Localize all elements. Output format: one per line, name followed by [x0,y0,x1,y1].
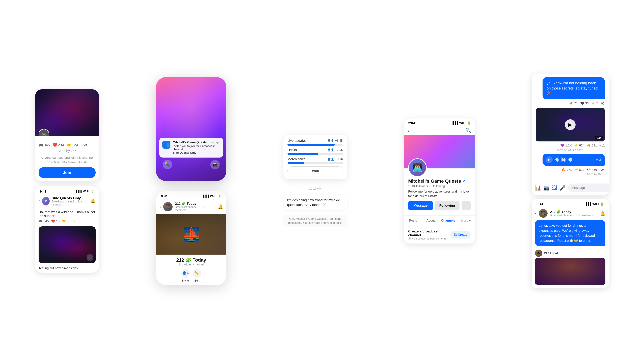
create-broadcast-text: Create a broadcast channel Share updates… [408,229,450,240]
chart-icon[interactable]: 📊 [535,185,541,191]
image-caption: Testing out new dimensions. [35,265,99,273]
channel-avatar-icon: 🌉 [163,202,172,211]
r-bolt: ⚡ 7 [591,101,598,105]
message-input[interactable] [568,184,609,192]
follower-count: 184K followers · 8 following [408,185,470,188]
time: 9:41 [161,194,168,198]
channel-send-notice: Only Mitchell's Game Quests ✔ can send m… [284,215,347,227]
more-button[interactable]: ··· [462,201,470,210]
profile-avatar-wrap: 👨‍💻 [408,158,427,177]
seen-count: Seen by 16K [38,149,96,153]
poll-count-1: 👤👤 +6.8K [327,139,343,142]
profile-panel: 2:04 ▐▐▐ WiFi 🔋 ‹ 🔍 👨‍💻 [404,118,474,243]
r-fire-2: 🔥 531 [587,143,597,147]
invite-label: Invite [182,279,189,282]
create-broadcast-subtitle: Share updates, announcements [408,237,450,240]
battery-icon: 🔋 [90,190,94,193]
tab-channels[interactable]: Channels [440,216,457,226]
r-plus-2: +24 [600,168,605,172]
wave-bar [556,158,557,161]
tab-more[interactable]: More ▾ [457,216,474,226]
message-area: you know I'm not holding back on those s… [532,74,609,181]
video-thumbnail[interactable]: ▶ 0:15 [536,108,605,141]
signal-icon: ▐▐▐ [75,190,82,193]
message-bubble: I'm designing new swag for my side quest… [284,195,347,210]
status-icons: ▐▐▐ WiFi 🔋 [452,121,470,125]
share-icon[interactable]: ⬆ [86,254,93,261]
image-icon[interactable]: 🖼 [552,185,557,191]
flashlight-icon[interactable]: 🔦 [163,160,172,169]
profile-nav: ‹ 🔍 [404,126,474,135]
notification-banner[interactable]: 👥 Mitchell's Game Quests 34m ago Invited… [159,138,223,158]
edit-action[interactable]: ✏️ Edit [192,269,201,282]
edit-icon: ✏️ [192,269,201,278]
message-button[interactable]: Message [408,201,433,210]
battery-icon: 🔋 [600,202,604,206]
sender-name: 212 Local [544,252,558,255]
wifi-icon: WiFi [592,202,599,206]
wave-bar [569,158,570,161]
verified-badge: ✔ [462,179,466,184]
poll-bar-fill-2 [288,153,318,155]
play-button[interactable]: ▶ [565,119,576,130]
wave-bar [570,158,571,162]
r-handshake: 🤝 7 [62,219,68,223]
poll-count-3: 👤👤 +3.1K [327,157,343,161]
signal-icon: ▐▐▐ [452,121,458,125]
join-button[interactable]: Join [38,167,96,178]
wifi-icon: WiFi [83,190,89,193]
channel-header: ‹ M Side Quests Only Broadcast channel ·… [35,195,99,209]
bell-icon[interactable]: 🔔 [218,204,223,209]
following-button[interactable]: Following [435,201,460,210]
channel-cover-emoji: 🌉 [183,227,200,242]
back-nav-icon[interactable]: ‹ [159,204,161,209]
reaction-more: +58 [81,143,87,147]
profile-avatar: 👨‍💻 [408,158,427,177]
chat-message: Ha, that was a wild ride. Thanks all for… [35,209,99,225]
seen-by-count: Seen by 15.3K [536,173,605,176]
profile-card: 2:04 ▐▐▐ WiFi 🔋 ‹ 🔍 👨‍💻 [404,118,474,243]
camera-icon[interactable]: 📷 [210,160,220,169]
battery: 🔋 [218,194,221,198]
wave-bar [568,159,568,161]
poll-bar-bg-3 [288,162,343,164]
battery-icon: 🔋 [467,121,470,125]
message-timestamp: 10:16 AM [284,187,347,190]
notification-bell[interactable]: 🔔 [90,198,96,204]
create-broadcast-section: Create a broadcast channel Share updates… [404,226,474,244]
chat-channel-avatar: 🌉 [539,209,548,218]
video-duration: 0:15 [595,136,603,140]
search-button[interactable]: 🔍 [466,128,471,133]
messenger-card: you know I'm not holding back on those s… [532,74,609,195]
create-broadcast-button[interactable]: Ⓜ Create [450,231,470,239]
profile-tabs: Posts About Channels More ▾ [404,216,474,226]
microphone-icon[interactable]: 🎤 [560,185,566,191]
channel-action-buttons: 👤+ Invite ✏️ Edit [156,269,226,285]
poll-bar-bg-1 [288,144,343,146]
vote-button[interactable]: Vote [288,166,343,175]
side-quests-panel: 9:41 ▐▐▐ WiFi 🔋 ‹ M Side Quests Only Bro… [35,186,99,273]
invite-action[interactable]: 👤+ Invite [181,269,190,282]
sender-avatar: 🏙 [535,250,542,257]
chat-header: ‹ 🌉 212 🧩 Today Broadcast channel · 181K… [532,208,609,220]
outgoing-message-1: you know I'm not holding back on those s… [542,77,605,99]
message-reactions: 🎮 345 ❤️ 18 🤝 7 +58 [38,219,96,223]
back-button[interactable]: ‹ [408,128,409,133]
panel1-content: 🎮 345 ❤️ 234 🤝 124 +58 Seen by 16K Anyon… [35,136,99,181]
camera-icon[interactable]: 📷 [544,185,550,191]
audio-waveform [555,157,594,162]
chat-bell-icon[interactable]: 🔔 [600,211,606,216]
hero-image: 🎮 [35,89,99,136]
audio-message: ▶ [542,154,605,166]
reaction-row-1: 🔥 78 🖤 33 ⚡ 7 ⏰ [536,101,605,105]
tab-posts[interactable]: Posts [404,216,422,226]
profile-name: Mitchell's Game Quests ✔ [408,178,470,184]
signal: ▐▐▐ [202,195,209,198]
channel-info: 212 🧩 Today Broadcast channel · 181K mem… [175,202,215,212]
tab-about[interactable]: About [422,216,440,226]
audio-play-button[interactable]: ▶ [546,156,552,163]
back-button[interactable]: ‹ [38,198,40,204]
chat-back-button[interactable]: ‹ [535,211,536,216]
reaction-handshake: 🤝 124 [66,143,78,147]
message-text: I'm designing new swag for my side quest… [287,198,344,207]
